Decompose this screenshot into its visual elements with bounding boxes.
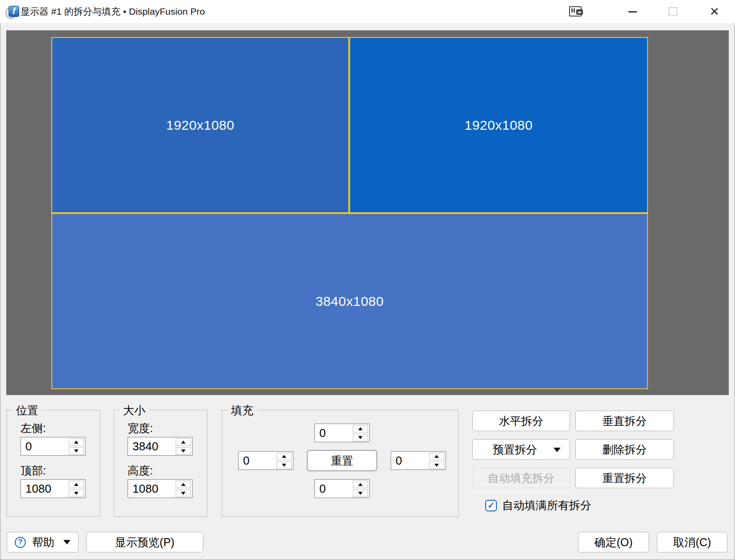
help-icon: ? <box>15 537 26 548</box>
checkmark-icon: ✓ <box>487 501 495 510</box>
vertical-split-button[interactable]: 垂直拆分 <box>575 411 674 431</box>
spin-up-button[interactable] <box>176 438 191 446</box>
show-preview-button[interactable]: 显示预览(P) <box>86 532 203 552</box>
spin-down-button[interactable] <box>176 447 191 455</box>
maximize-button <box>662 3 684 20</box>
spin-down-button[interactable] <box>176 490 191 497</box>
monitor-outline: 1920x1080 1920x1080 3840x1080 <box>51 37 648 389</box>
spin-up-button[interactable] <box>353 425 368 432</box>
cancel-button[interactable]: 取消(C) <box>657 532 727 552</box>
top-label: 顶部: <box>21 463 46 478</box>
spin-up-button[interactable] <box>69 438 84 446</box>
minimize-button[interactable] <box>621 3 644 20</box>
left-input[interactable]: 0 <box>21 437 86 456</box>
padding-group-title: 填充 <box>227 403 257 418</box>
split-resolution-label: 3840x1080 <box>316 294 384 309</box>
spin-up-button[interactable] <box>69 481 84 488</box>
split-resolution-label: 1920x1080 <box>465 118 533 133</box>
spin-down-button[interactable] <box>69 447 84 455</box>
monitor-preview-area: 1920x1080 1920x1080 3840x1080 <box>6 30 729 395</box>
spin-up-button[interactable] <box>277 453 292 460</box>
width-input[interactable]: 3840 <box>128 437 193 456</box>
padding-bottom-input[interactable]: 0 <box>314 479 370 498</box>
spin-up-button[interactable] <box>429 453 444 460</box>
chevron-down-icon <box>553 448 561 452</box>
padding-right-input[interactable]: 0 <box>391 451 446 470</box>
split-region-top-left[interactable]: 1920x1080 <box>52 38 348 212</box>
size-group-title: 大小 <box>120 403 149 418</box>
height-input[interactable]: 1080 <box>128 479 193 498</box>
spin-up-button[interactable] <box>176 481 191 488</box>
split-resolution-label: 1920x1080 <box>166 118 235 133</box>
close-button[interactable]: ✕ <box>703 3 726 20</box>
reset-split-button[interactable]: 重置拆分 <box>575 468 674 488</box>
autofill-split-button: 自动填充拆分 <box>472 468 570 488</box>
help-button[interactable]: ? 帮助 <box>7 532 78 552</box>
spin-down-button[interactable] <box>69 490 84 497</box>
spin-down-button[interactable] <box>429 461 444 469</box>
spin-up-button[interactable] <box>353 481 368 488</box>
split-region-top-right[interactable]: 1920x1080 <box>350 38 647 212</box>
displayfusion-split-dialog: f 显示器 #1 的拆分与填充 • DisplayFusion Pro ✕ 19… <box>0 0 735 560</box>
split-region-bottom[interactable]: 3840x1080 <box>52 214 647 388</box>
padding-group: 填充 0 0 重置 0 0 <box>222 410 458 517</box>
preset-split-button[interactable]: 预置拆分 <box>472 439 570 460</box>
spin-down-button[interactable] <box>277 461 292 469</box>
monitor-select-icon[interactable] <box>566 3 588 20</box>
ok-button[interactable]: 确定(O) <box>578 532 649 552</box>
fill-all-splits-checkbox[interactable]: ✓ <box>485 500 497 511</box>
left-label: 左侧: <box>21 421 46 436</box>
fill-all-splits-label: 自动填满所有拆分 <box>502 498 591 513</box>
spin-down-button[interactable] <box>353 490 368 497</box>
width-label: 宽度: <box>128 421 153 436</box>
titlebar: f 显示器 #1 的拆分与填充 • DisplayFusion Pro ✕ <box>0 0 735 23</box>
height-label: 高度: <box>128 463 153 478</box>
position-group-title: 位置 <box>12 403 42 418</box>
displayfusion-logo-icon: f <box>5 5 19 18</box>
position-group: 位置 左侧: 0 顶部: 1080 <box>7 410 100 517</box>
spin-down-button[interactable] <box>353 434 368 441</box>
top-input[interactable]: 1080 <box>21 479 86 498</box>
horizontal-split-button[interactable]: 水平拆分 <box>472 411 570 431</box>
padding-reset-button[interactable]: 重置 <box>307 450 377 471</box>
window-title: 显示器 #1 的拆分与填充 • DisplayFusion Pro <box>21 0 205 23</box>
chevron-down-icon <box>63 540 70 544</box>
padding-left-input[interactable]: 0 <box>238 451 293 470</box>
delete-split-button[interactable]: 删除拆分 <box>575 439 674 460</box>
padding-top-input[interactable]: 0 <box>314 424 370 442</box>
fill-all-splits-row: ✓ 自动填满所有拆分 <box>485 498 591 513</box>
size-group: 大小 宽度: 3840 高度: 1080 <box>114 410 207 517</box>
